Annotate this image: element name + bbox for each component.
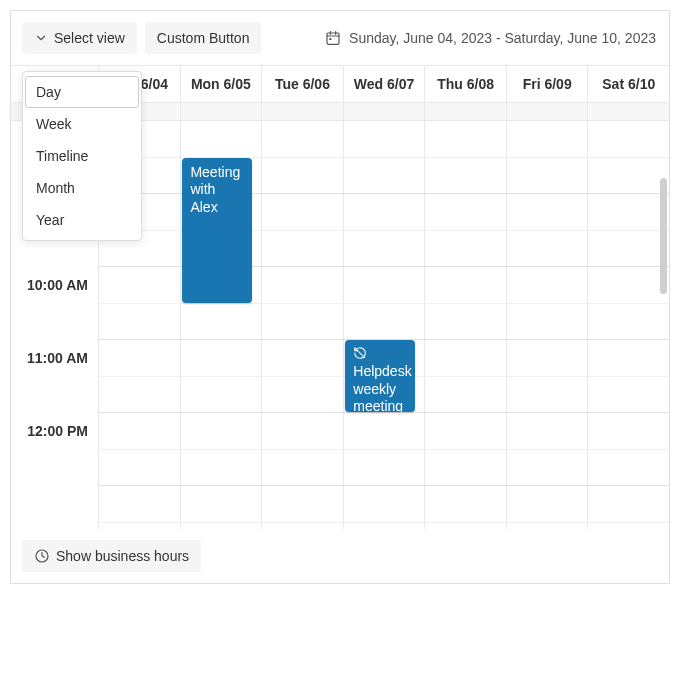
all-day-cell[interactable] — [344, 103, 426, 121]
all-day-cell[interactable] — [588, 103, 669, 121]
time-slot[interactable] — [507, 194, 589, 230]
time-slot[interactable] — [588, 304, 669, 340]
time-slot[interactable] — [181, 121, 263, 157]
time-slot[interactable] — [262, 304, 344, 340]
time-slot[interactable] — [262, 231, 344, 267]
time-slot[interactable] — [262, 523, 344, 530]
view-option-day[interactable]: Day — [25, 76, 139, 108]
time-slot[interactable] — [507, 450, 589, 486]
time-slot[interactable] — [507, 340, 589, 376]
time-slot[interactable] — [425, 413, 507, 449]
time-slot[interactable] — [262, 377, 344, 413]
time-slot[interactable] — [181, 340, 263, 376]
time-grid-body[interactable]: Meeting with AlexHelpdesk weekly meeting — [99, 121, 669, 529]
time-slot[interactable] — [344, 158, 426, 194]
time-slot[interactable] — [588, 377, 669, 413]
time-slot[interactable] — [425, 304, 507, 340]
time-slot[interactable] — [262, 194, 344, 230]
time-slot[interactable] — [507, 377, 589, 413]
all-day-cell[interactable] — [507, 103, 589, 121]
time-slot[interactable] — [262, 450, 344, 486]
time-slot[interactable] — [507, 267, 589, 303]
time-slot[interactable] — [507, 158, 589, 194]
time-slot[interactable] — [344, 486, 426, 522]
time-slot[interactable] — [99, 267, 181, 303]
time-slot[interactable] — [262, 413, 344, 449]
day-header[interactable]: Fri 6/09 — [507, 66, 589, 103]
time-slot[interactable] — [507, 121, 589, 157]
time-slot[interactable] — [181, 486, 263, 522]
time-slot[interactable] — [425, 194, 507, 230]
custom-button[interactable]: Custom Button — [145, 22, 262, 54]
time-slot[interactable] — [507, 304, 589, 340]
clock-icon — [34, 548, 50, 564]
time-slot[interactable] — [588, 523, 669, 530]
time-slot[interactable] — [344, 267, 426, 303]
time-slot[interactable] — [425, 231, 507, 267]
calendar-event[interactable]: Meeting with Alex — [182, 158, 251, 303]
day-header[interactable]: Thu 6/08 — [425, 66, 507, 103]
time-slot[interactable] — [344, 413, 426, 449]
view-option-month[interactable]: Month — [25, 172, 139, 204]
calendar-event[interactable]: Helpdesk weekly meeting — [345, 340, 414, 412]
time-slot[interactable] — [588, 486, 669, 522]
time-slot[interactable] — [588, 121, 669, 157]
time-slot[interactable] — [344, 450, 426, 486]
time-slot[interactable] — [588, 450, 669, 486]
time-slot[interactable] — [507, 523, 589, 530]
time-slot[interactable] — [507, 413, 589, 449]
time-slot[interactable] — [181, 413, 263, 449]
day-header[interactable]: Mon 6/05 — [181, 66, 263, 103]
time-slot[interactable] — [344, 121, 426, 157]
time-slot[interactable] — [588, 231, 669, 267]
time-slot[interactable] — [344, 304, 426, 340]
time-slot[interactable] — [344, 231, 426, 267]
time-slot[interactable] — [344, 194, 426, 230]
time-slot[interactable] — [262, 486, 344, 522]
day-header[interactable]: Tue 6/06 — [262, 66, 344, 103]
time-slot[interactable] — [588, 267, 669, 303]
time-slot[interactable] — [588, 340, 669, 376]
view-option-week[interactable]: Week — [25, 108, 139, 140]
time-slot[interactable] — [507, 231, 589, 267]
time-slot[interactable] — [262, 158, 344, 194]
time-slot[interactable] — [262, 267, 344, 303]
time-slot[interactable] — [99, 377, 181, 413]
time-label: 11:00 AM — [11, 340, 98, 413]
time-slot[interactable] — [99, 523, 181, 530]
time-slot[interactable] — [181, 523, 263, 530]
time-slot[interactable] — [507, 486, 589, 522]
show-business-hours-button[interactable]: Show business hours — [22, 540, 201, 572]
time-slot[interactable] — [344, 523, 426, 530]
time-slot[interactable] — [425, 486, 507, 522]
time-slot[interactable] — [425, 523, 507, 530]
time-slot[interactable] — [425, 450, 507, 486]
time-slot[interactable] — [262, 121, 344, 157]
time-slot[interactable] — [99, 486, 181, 522]
day-header[interactable]: Sat 6/10 — [588, 66, 669, 103]
time-slot[interactable] — [99, 304, 181, 340]
all-day-cell[interactable] — [425, 103, 507, 121]
day-header[interactable]: Wed 6/07 — [344, 66, 426, 103]
time-slot[interactable] — [99, 413, 181, 449]
time-slot[interactable] — [588, 413, 669, 449]
time-slot[interactable] — [425, 121, 507, 157]
time-slot[interactable] — [262, 340, 344, 376]
all-day-cell[interactable] — [181, 103, 263, 121]
time-slot[interactable] — [588, 194, 669, 230]
time-slot[interactable] — [425, 158, 507, 194]
select-view-button[interactable]: Select view — [22, 22, 137, 54]
time-slot[interactable] — [425, 340, 507, 376]
time-slot[interactable] — [99, 340, 181, 376]
time-slot[interactable] — [181, 377, 263, 413]
view-option-year[interactable]: Year — [25, 204, 139, 236]
time-slot[interactable] — [99, 450, 181, 486]
all-day-cell[interactable] — [262, 103, 344, 121]
time-slot[interactable] — [425, 377, 507, 413]
time-slot[interactable] — [181, 304, 263, 340]
time-slot[interactable] — [181, 450, 263, 486]
time-slot[interactable] — [588, 158, 669, 194]
view-option-timeline[interactable]: Timeline — [25, 140, 139, 172]
scrollbar[interactable] — [660, 178, 667, 294]
time-slot[interactable] — [425, 267, 507, 303]
